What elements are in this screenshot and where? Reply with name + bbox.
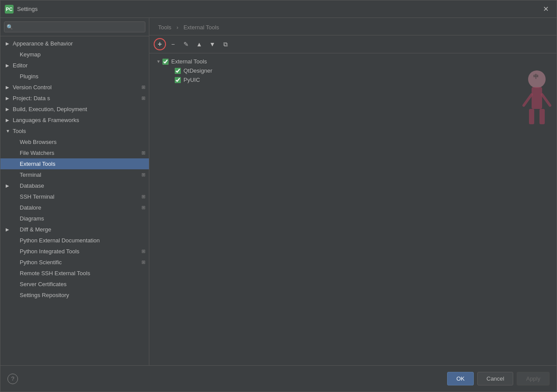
arrow-icon: ▼ — [6, 129, 11, 133]
breadcrumb: Tools › External Tools — [149, 18, 557, 35]
arrow-icon: ▶ — [6, 41, 11, 46]
sidebar-item-datalore[interactable]: Datalore ⊞ — [0, 202, 149, 213]
window-title: Settings — [17, 6, 539, 12]
badge: ⊞ — [141, 259, 145, 265]
tree-panel: ▼ External Tools QtDesigner PyUIC — [149, 53, 557, 365]
arrow-icon: ▶ — [6, 85, 11, 90]
badge: ⊞ — [141, 84, 145, 90]
sidebar-item-remote-ssh[interactable]: Remote SSH External Tools — [0, 268, 149, 279]
sidebar-item-keymap[interactable]: Keymap — [0, 49, 149, 60]
sidebar-item-python-integrated[interactable]: Python Integrated Tools ⊞ — [0, 246, 149, 257]
sidebar-item-external-tools[interactable]: External Tools — [0, 158, 149, 169]
arrow-icon: ▶ — [6, 107, 11, 112]
sidebar-item-settings-repo[interactable]: Settings Repository — [0, 290, 149, 301]
search-input[interactable] — [4, 21, 145, 32]
app-icon: PC — [5, 5, 14, 14]
sidebar-item-terminal[interactable]: Terminal ⊞ — [0, 169, 149, 180]
qtdesigner-checkbox[interactable] — [175, 68, 181, 74]
sidebar: 🔍 ▶ Appearance & Behavior Keymap ▶ — [0, 18, 149, 365]
tree-collapse-icon: ▼ — [156, 59, 162, 64]
pyuic-checkbox[interactable] — [175, 77, 181, 83]
title-bar: PC Settings ✕ — [0, 0, 557, 18]
settings-dialog: PC Settings ✕ 🔍 ▶ Appearance & Behavior — [0, 0, 557, 392]
sidebar-item-ssh-terminal[interactable]: SSH Terminal ⊞ — [0, 191, 149, 202]
search-bar: 🔍 — [0, 18, 149, 36]
sidebar-item-server-certs[interactable]: Server Certificates — [0, 279, 149, 290]
sidebar-item-file-watchers[interactable]: File Watchers ⊞ — [0, 147, 149, 158]
sidebar-list: ▶ Appearance & Behavior Keymap ▶ Editor … — [0, 36, 149, 365]
arrow-icon: ▶ — [6, 63, 11, 68]
copy-button[interactable]: ⧉ — [219, 38, 232, 50]
remove-button[interactable]: − — [167, 38, 179, 50]
sidebar-item-editor[interactable]: ▶ Editor — [0, 60, 149, 71]
edit-button[interactable]: ✎ — [180, 38, 192, 50]
bottom-bar: ? OK Cancel Apply — [0, 365, 557, 392]
sidebar-item-project[interactable]: ▶ Project: Data s ⊞ — [0, 93, 149, 104]
toolbar: + − ✎ ▲ ▼ ⧉ — [149, 35, 557, 53]
sidebar-item-python-scientific[interactable]: Python Scientific ⊞ — [0, 257, 149, 268]
badge: ⊞ — [141, 172, 145, 178]
apply-button[interactable]: Apply — [517, 372, 550, 385]
add-button[interactable]: + — [154, 38, 166, 50]
badge: ⊞ — [141, 194, 145, 200]
badge: ⊞ — [141, 95, 145, 101]
sidebar-item-diff-merge[interactable]: ▶ Diff & Merge — [0, 224, 149, 235]
main-content: 🔍 ▶ Appearance & Behavior Keymap ▶ — [0, 18, 557, 365]
sidebar-item-build[interactable]: ▶ Build, Execution, Deployment — [0, 104, 149, 115]
tree-item-qtdesigner[interactable]: QtDesigner — [167, 66, 551, 75]
arrow-icon: ▶ — [6, 118, 11, 122]
cancel-button[interactable]: Cancel — [477, 372, 513, 385]
sidebar-item-plugins[interactable]: Plugins — [0, 71, 149, 82]
help-button[interactable]: ? — [7, 374, 18, 384]
badge: ⊞ — [141, 248, 145, 254]
tree-item-pyuic[interactable]: PyUIC — [167, 75, 551, 84]
tree-root[interactable]: ▼ External Tools — [155, 57, 551, 66]
ok-button[interactable]: OK — [447, 372, 474, 385]
move-up-button[interactable]: ▲ — [193, 38, 205, 50]
sidebar-item-appearance[interactable]: ▶ Appearance & Behavior — [0, 38, 149, 49]
bottom-actions: OK Cancel Apply — [447, 372, 550, 385]
close-button[interactable]: ✕ — [539, 3, 552, 15]
external-tools-checkbox[interactable] — [162, 59, 169, 65]
arrow-icon: ▶ — [6, 227, 11, 232]
arrow-icon: ▶ — [6, 96, 11, 101]
move-down-button[interactable]: ▼ — [206, 38, 219, 50]
search-icon: 🔍 — [7, 24, 13, 30]
arrow-icon: ▶ — [6, 183, 11, 188]
right-panel: Tools › External Tools + − ✎ ▲ ▼ ⧉ ▼ Ext… — [149, 18, 557, 365]
sidebar-item-diagrams[interactable]: Diagrams — [0, 213, 149, 224]
sidebar-item-database[interactable]: ▶ Database — [0, 180, 149, 191]
sidebar-item-languages[interactable]: ▶ Languages & Frameworks — [0, 115, 149, 126]
badge: ⊞ — [141, 205, 145, 210]
sidebar-item-tools[interactable]: ▼ Tools — [0, 126, 149, 136]
badge: ⊞ — [141, 150, 145, 156]
sidebar-item-version-control[interactable]: ▶ Version Control ⊞ — [0, 82, 149, 93]
sidebar-item-web-browsers[interactable]: Web Browsers — [0, 136, 149, 147]
sidebar-item-python-ext-doc[interactable]: Python External Documentation — [0, 235, 149, 246]
